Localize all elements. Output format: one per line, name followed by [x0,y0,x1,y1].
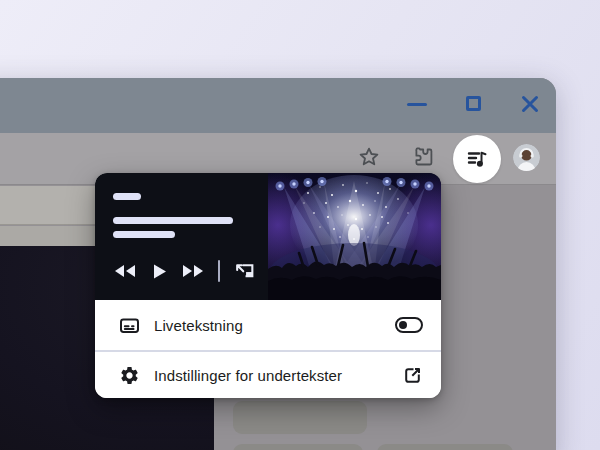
minimize-icon [407,103,427,106]
next-track-button[interactable] [180,263,205,279]
desktop-background: Livetekstning Indstillinger for undertek… [0,0,600,450]
skeleton-text-line [113,217,233,224]
live-caption-label: Livetekstning [154,317,395,334]
next-track-icon [180,263,205,279]
maximize-icon [466,96,481,111]
bookmark-star-icon [357,145,381,169]
media-playlist-note-icon [465,147,489,171]
settings-gear-icon [119,365,140,386]
close-button[interactable] [521,95,539,117]
live-caption-row[interactable]: Livetekstning [95,300,441,350]
profile-avatar[interactable] [513,144,540,171]
play-icon [151,263,167,280]
playback-controls [113,257,256,285]
media-info-panel [95,173,268,300]
page-skeleton-block [233,444,363,450]
picture-in-picture-icon [233,260,256,282]
subtitle-settings-row[interactable]: Indstillinger for undertekster [95,352,441,398]
window-titlebar [0,78,556,133]
skeleton-text-line [113,231,175,238]
concert-photo [268,173,441,300]
close-icon [521,95,539,113]
skeleton-title-line [113,193,141,200]
extensions-button[interactable] [412,145,436,169]
album-artwork [268,173,441,300]
maximize-button[interactable] [466,96,481,111]
media-controls-popup: Livetekstning Indstillinger for undertek… [95,173,441,398]
live-caption-icon [119,315,140,336]
controls-separator [218,260,220,282]
media-controls-button[interactable] [453,135,501,183]
toggle-knob [399,321,407,329]
bookmark-button[interactable] [357,145,381,169]
minimize-button[interactable] [407,103,427,106]
subtitle-settings-label: Indstillinger for undertekster [154,367,402,384]
live-caption-toggle[interactable] [395,317,423,333]
avatar-photo [513,144,540,171]
play-button[interactable] [151,263,167,280]
previous-track-icon [113,263,138,279]
page-skeleton-block [233,401,367,434]
previous-track-button[interactable] [113,263,138,279]
picture-in-picture-button[interactable] [233,260,256,282]
extensions-puzzle-icon [412,145,436,169]
page-skeleton-block [377,444,513,450]
media-player-card [95,173,441,300]
open-in-new-icon [402,365,423,386]
